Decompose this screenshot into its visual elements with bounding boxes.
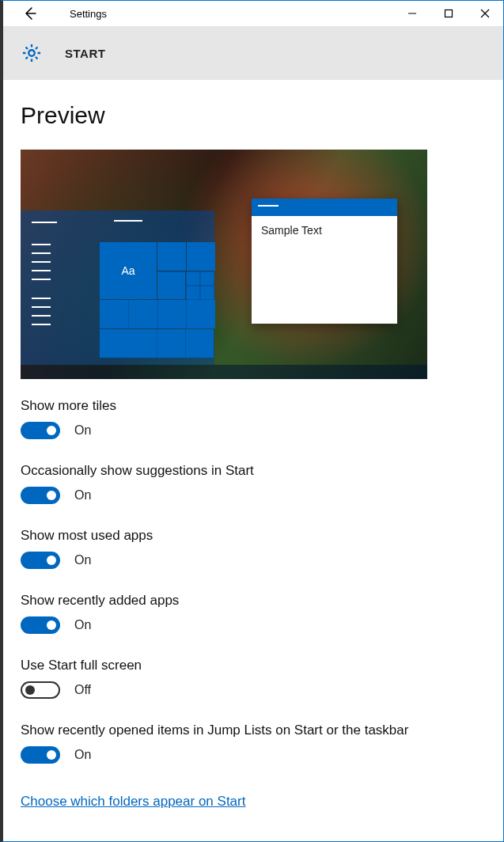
setting-label: Use Start full screen [21,658,486,673]
toggle-state-text: On [74,618,91,632]
choose-folders-link[interactable]: Choose which folders appear on Start [21,794,245,810]
setting-label: Show more tiles [21,398,486,414]
setting-label: Occasionally show suggestions in Start [21,463,486,479]
setting-label: Show most used apps [21,528,486,544]
minimize-button[interactable] [394,1,430,26]
setting-row: Show recently added appsOn [21,593,486,634]
setting-label: Show recently added apps [21,593,486,609]
svg-rect-1 [445,10,453,17]
setting-row: Show most used appsOn [21,528,486,569]
maximize-button[interactable] [430,1,467,26]
setting-row: Occasionally show suggestions in StartOn [21,463,486,504]
window-title: Settings [70,8,107,20]
toggle-switch[interactable] [21,552,60,569]
gear-icon [21,42,43,64]
svg-point-2 [28,50,34,55]
toggle-state-text: On [74,423,91,438]
toggle-state-text: Off [74,683,91,697]
setting-label: Show recently opened items in Jump Lists… [21,723,486,738]
start-preview-thumbnail: Aa Sample Text [21,150,427,379]
toggle-switch[interactable] [21,681,60,699]
setting-row: Use Start full screenOff [21,658,486,699]
preview-tile-aa: Aa [100,242,157,299]
preview-start-menu: Aa [21,210,214,365]
window-controls [394,1,503,26]
toggle-switch[interactable] [21,746,60,764]
preview-taskbar [21,365,427,379]
header-title: START [65,47,105,60]
preview-window-titlebar [252,199,397,216]
toggle-switch[interactable] [21,616,60,634]
setting-row: Show recently opened items in Jump Lists… [21,723,486,764]
preview-window: Sample Text [252,199,397,324]
page-header: START [3,26,503,80]
toggle-state-text: On [74,553,91,567]
content-area: Preview Aa Sample Tex [3,80,503,825]
close-button[interactable] [467,1,503,26]
window-titlebar: Settings [3,1,503,26]
toggle-switch[interactable] [21,422,60,439]
back-icon[interactable] [22,6,38,21]
preview-start-tiles: Aa [100,220,210,233]
preview-start-list [32,222,76,352]
toggle-state-text: On [74,488,91,503]
page-heading: Preview [21,102,486,129]
preview-window-body: Sample Text [252,216,397,245]
setting-row: Show more tilesOn [21,398,486,439]
toggle-state-text: On [74,748,91,762]
toggle-switch[interactable] [21,487,60,504]
